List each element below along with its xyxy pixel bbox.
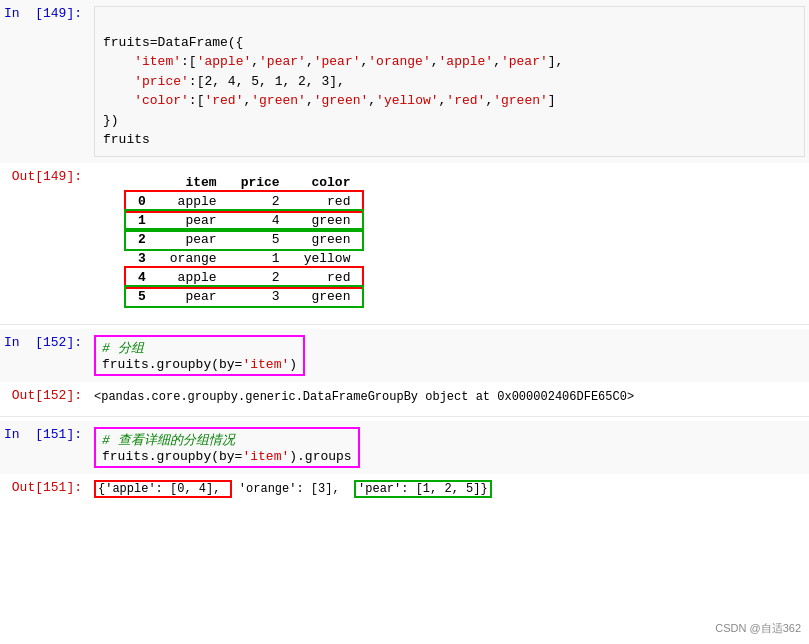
cell-in149: In [149]: fruits=DataFrame({ 'item':['ap… xyxy=(0,0,809,163)
orange-group: 'orange': [3], xyxy=(239,482,347,496)
table-row: 5 pear 3 green xyxy=(126,287,362,306)
cell-item: apple xyxy=(158,268,229,287)
comment-151: # 查看详细的分组情况 xyxy=(102,433,235,448)
cell-content-out151: {'apple': [0, 4], 'orange': [3], 'pear':… xyxy=(90,478,809,500)
cell-color: green xyxy=(292,211,363,230)
watermark: CSDN @自适362 xyxy=(715,621,801,636)
output-text-151: {'apple': [0, 4], 'orange': [3], 'pear':… xyxy=(94,480,805,498)
cell-index: 5 xyxy=(126,287,158,306)
cell-label-out152: Out[152]: xyxy=(0,386,90,403)
code-152: fruits.groupby(by='item') xyxy=(102,357,297,372)
table-header-row: item price color xyxy=(126,173,362,192)
cell-color: yellow xyxy=(292,249,363,268)
table-row: 3 orange 1 yellow xyxy=(126,249,362,268)
pear-group-highlight: 'pear': [1, 2, 5]} xyxy=(354,480,492,498)
output-text-152: <pandas.core.groupby.generic.DataFrameGr… xyxy=(94,388,805,406)
comment-152: # 分组 xyxy=(102,341,144,356)
code-151: fruits.groupby(by='item').groups xyxy=(102,449,352,464)
magenta-box-152[interactable]: # 分组 fruits.groupby(by='item') xyxy=(94,335,305,376)
cell-index: 3 xyxy=(126,249,158,268)
cell-color: green xyxy=(292,287,363,306)
dataframe-table-wrapper: item price color 0 apple 2 red xyxy=(110,169,362,310)
cell-item: orange xyxy=(158,249,229,268)
cell-color: red xyxy=(292,268,363,287)
table-row: 2 pear 5 green xyxy=(126,230,362,249)
cell-item: apple xyxy=(158,192,229,211)
cell-price: 1 xyxy=(229,249,292,268)
magenta-box-151[interactable]: # 查看详细的分组情况 fruits.groupby(by='item').gr… xyxy=(94,427,360,468)
cell-price: 4 xyxy=(229,211,292,230)
cell-color: green xyxy=(292,230,363,249)
cell-price: 2 xyxy=(229,192,292,211)
notebook: In [149]: fruits=DataFrame({ 'item':['ap… xyxy=(0,0,809,644)
cell-price: 2 xyxy=(229,268,292,287)
col-header-item: item xyxy=(158,173,229,192)
cell-label-in151: In [151]: xyxy=(0,425,90,442)
table-row: 0 apple 2 red xyxy=(126,192,362,211)
cell-color: red xyxy=(292,192,363,211)
cell-price: 5 xyxy=(229,230,292,249)
cell-item: pear xyxy=(158,211,229,230)
cell-index: 1 xyxy=(126,211,158,230)
cell-out149: Out[149]: item price color xyxy=(0,163,809,320)
cell-price: 3 xyxy=(229,287,292,306)
cell-index: 4 xyxy=(126,268,158,287)
cell-content-in152: # 分组 fruits.groupby(by='item') xyxy=(90,333,809,378)
col-header-price: price xyxy=(229,173,292,192)
cell-label-in152: In [152]: xyxy=(0,333,90,350)
cell-in151: In [151]: # 查看详细的分组情况 fruits.groupby(by=… xyxy=(0,421,809,474)
col-header-index xyxy=(126,173,158,192)
apple-group-highlight: {'apple': [0, 4], xyxy=(94,480,232,498)
cell-index: 0 xyxy=(126,192,158,211)
cell-out151: Out[151]: {'apple': [0, 4], 'orange': [3… xyxy=(0,474,809,504)
col-header-color: color xyxy=(292,173,363,192)
divider2 xyxy=(0,416,809,417)
divider1 xyxy=(0,324,809,325)
cell-content-out152: <pandas.core.groupby.generic.DataFrameGr… xyxy=(90,386,809,408)
code-block-149[interactable]: fruits=DataFrame({ 'item':['apple','pear… xyxy=(94,6,805,157)
cell-item: pear xyxy=(158,287,229,306)
cell-item: pear xyxy=(158,230,229,249)
cell-label-out151: Out[151]: xyxy=(0,478,90,495)
table-row: 1 pear 4 green xyxy=(126,211,362,230)
cell-content-in151: # 查看详细的分组情况 fruits.groupby(by='item').gr… xyxy=(90,425,809,470)
cell-out152: Out[152]: <pandas.core.groupby.generic.D… xyxy=(0,382,809,412)
cell-label-out149: Out[149]: xyxy=(0,167,90,184)
cell-content-in149: fruits=DataFrame({ 'item':['apple','pear… xyxy=(90,4,809,159)
cell-index: 2 xyxy=(126,230,158,249)
dataframe-table: item price color 0 apple 2 red xyxy=(126,173,362,306)
table-row: 4 apple 2 red xyxy=(126,268,362,287)
cell-label-in149: In [149]: xyxy=(0,4,90,21)
cell-in152: In [152]: # 分组 fruits.groupby(by='item') xyxy=(0,329,809,382)
cell-content-out149: item price color 0 apple 2 red xyxy=(90,167,809,316)
